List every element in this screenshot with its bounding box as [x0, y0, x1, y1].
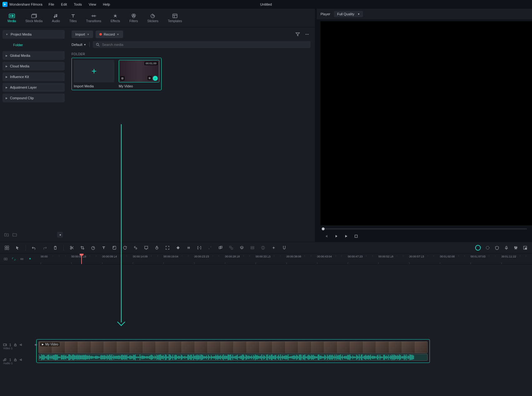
- fullscreen-icon[interactable]: [523, 245, 528, 250]
- video-clip[interactable]: My Video: [38, 341, 428, 353]
- audio-track-head: 1: [0, 358, 41, 362]
- sidebar-cloud-media[interactable]: ▶Cloud Media: [2, 62, 65, 71]
- tab-transitions[interactable]: Transitions: [84, 12, 103, 24]
- playhead[interactable]: ‹: [81, 254, 82, 264]
- bracket-icon[interactable]: [197, 245, 202, 250]
- timeline-toolbar: [0, 242, 532, 254]
- sidebar-project-media[interactable]: ▼Project Media: [2, 30, 65, 39]
- tab-effects[interactable]: Effects: [109, 12, 122, 24]
- svg-rect-25: [230, 246, 231, 248]
- sidebar-adjustment-layer[interactable]: ▶Adjustment Layer: [2, 83, 65, 92]
- prev-frame-button[interactable]: [324, 234, 329, 239]
- split-icon[interactable]: [69, 245, 74, 250]
- group-icon[interactable]: [218, 245, 223, 250]
- sidebar-influence-kit[interactable]: ▶Influence Kit: [2, 72, 65, 81]
- svg-point-20: [113, 247, 114, 247]
- tab-filters[interactable]: Filters: [127, 12, 140, 24]
- more-icon[interactable]: [304, 31, 311, 38]
- cursor-icon[interactable]: [15, 245, 20, 250]
- quality-dropdown[interactable]: Full Quality▼: [334, 11, 363, 17]
- mute-icon[interactable]: [19, 358, 22, 361]
- keyframe-icon[interactable]: [176, 245, 181, 250]
- sidebar-global-media[interactable]: ▶Global Media: [2, 51, 65, 60]
- link-icon[interactable]: [133, 245, 138, 250]
- preview-canvas[interactable]: [321, 21, 532, 225]
- import-button[interactable]: Import▼: [72, 31, 93, 38]
- menu-tools[interactable]: Tools: [74, 2, 82, 6]
- timer-icon[interactable]: [154, 245, 159, 250]
- play-button[interactable]: [344, 234, 349, 239]
- shield-icon[interactable]: [495, 245, 500, 250]
- ungroup-icon[interactable]: [229, 245, 234, 250]
- adjust-icon[interactable]: [186, 245, 191, 250]
- progress-handle[interactable]: [322, 227, 325, 230]
- tab-media[interactable]: Media: [6, 12, 18, 24]
- tab-audio[interactable]: Audio: [50, 12, 62, 24]
- ai-badge-icon[interactable]: [475, 245, 481, 251]
- tab-stickers[interactable]: Stickers: [146, 12, 161, 24]
- new-folder-icon[interactable]: [4, 232, 9, 237]
- undo-icon[interactable]: [32, 245, 37, 250]
- menu-edit[interactable]: Edit: [61, 2, 67, 6]
- grid-icon[interactable]: [4, 245, 9, 250]
- tl-add-icon[interactable]: [3, 257, 8, 262]
- mixer-icon[interactable]: [513, 245, 518, 250]
- caret-right-icon: ▶: [6, 76, 7, 78]
- crop-icon[interactable]: [80, 245, 85, 250]
- mute-icon[interactable]: [19, 343, 22, 346]
- media-clip-tile[interactable]: 00:01:00 ⊞ ⊕✓ My Video: [119, 60, 159, 88]
- magnet-icon[interactable]: [282, 245, 287, 250]
- track-icon[interactable]: [250, 245, 255, 250]
- redo-icon[interactable]: [42, 245, 47, 250]
- record-button[interactable]: Record▼: [96, 31, 123, 38]
- timeline-ruler[interactable]: ‹ 00:0000:00:04:1900:00:09:1400:00:14:09…: [41, 254, 532, 264]
- lock-icon[interactable]: [14, 343, 17, 346]
- tab-templates[interactable]: Templates: [166, 12, 184, 24]
- menu-file[interactable]: File: [49, 2, 54, 6]
- tl-link-icon[interactable]: [11, 257, 16, 262]
- unlink-icon[interactable]: [207, 245, 212, 250]
- refresh-icon[interactable]: [122, 245, 127, 250]
- filter-icon[interactable]: [294, 31, 301, 38]
- sidebar-folder[interactable]: Folder: [2, 41, 65, 49]
- menu-view[interactable]: View: [89, 2, 96, 6]
- sparkle-icon[interactable]: [271, 245, 276, 250]
- render-icon[interactable]: [485, 245, 490, 250]
- import-media-tile[interactable]: + Import Media: [74, 60, 114, 88]
- audio-clip[interactable]: [38, 354, 428, 361]
- monitor-icon[interactable]: [144, 245, 149, 250]
- tl-snap-icon[interactable]: [19, 257, 24, 262]
- tl-marker-icon[interactable]: [27, 257, 32, 262]
- folder-icon[interactable]: [12, 232, 17, 237]
- eye-icon[interactable]: [34, 343, 37, 346]
- text-icon[interactable]: [101, 245, 106, 250]
- search-input[interactable]: [93, 41, 311, 48]
- tab-titles[interactable]: Titles: [67, 12, 79, 24]
- sort-dropdown[interactable]: Default▼: [72, 43, 86, 46]
- svg-point-16: [70, 246, 72, 247]
- progress-bar[interactable]: [322, 228, 527, 229]
- templates-icon: [172, 13, 178, 18]
- speed-icon[interactable]: [91, 245, 96, 250]
- delete-icon[interactable]: [53, 245, 58, 250]
- titles-icon: [70, 13, 77, 18]
- layers-icon[interactable]: [239, 245, 244, 250]
- mic-icon[interactable]: [504, 245, 509, 250]
- tab-stock-media[interactable]: Stock Media: [23, 12, 44, 24]
- expand-icon[interactable]: [165, 245, 170, 250]
- collapse-sidebar-button[interactable]: ◂: [57, 232, 63, 237]
- video-track-icon: [3, 343, 7, 347]
- color-icon[interactable]: [112, 245, 117, 250]
- stop-button[interactable]: [354, 234, 359, 239]
- audio-track-label: Audio 1: [0, 362, 36, 365]
- sidebar-compound-clip[interactable]: ▶Compound Clip: [2, 94, 65, 102]
- lock-icon[interactable]: [14, 358, 17, 361]
- main-menu: File Edit Tools View Help: [49, 2, 110, 6]
- menu-help[interactable]: Help: [103, 2, 110, 6]
- search-field[interactable]: [102, 43, 307, 46]
- mask-icon[interactable]: [261, 245, 266, 250]
- grid-badge-icon: ⊞: [120, 76, 125, 81]
- play-pause-button[interactable]: [334, 234, 339, 239]
- svg-rect-26: [231, 248, 233, 249]
- record-dot-icon: [99, 33, 102, 36]
